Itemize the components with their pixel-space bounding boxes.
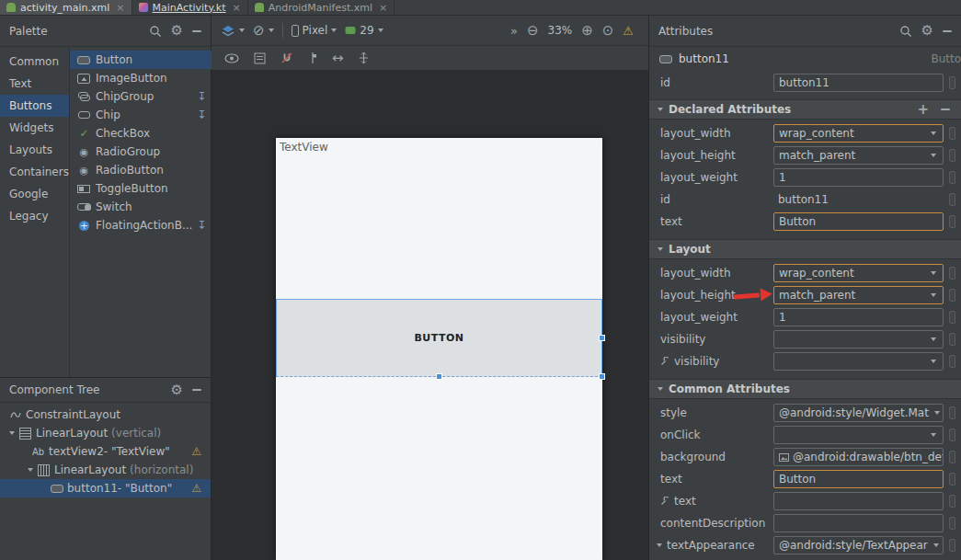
resize-handle-bottom[interactable] xyxy=(436,373,442,380)
textappearance-combo[interactable]: @android:style/TextAppear xyxy=(773,536,944,554)
palette-item-togglebutton[interactable]: ToggleButton xyxy=(70,179,213,198)
clear-constraints-icon[interactable]: ↔ xyxy=(332,51,344,65)
hide-panel-icon[interactable] xyxy=(192,30,201,32)
tree-item-constraintlayout[interactable]: ConstraintLayout xyxy=(0,406,211,424)
hide-panel-icon[interactable] xyxy=(192,389,201,391)
tools-attribute-toggle[interactable] xyxy=(949,127,955,140)
tools-attribute-toggle[interactable] xyxy=(949,473,955,486)
id-input[interactable]: button11 xyxy=(773,74,944,92)
palette-item-chip[interactable]: Chip ↧ xyxy=(70,106,213,124)
view-options-eye-icon[interactable] xyxy=(224,53,239,63)
palette-category-buttons[interactable]: Buttons xyxy=(0,95,69,117)
palette-item-radiogroup[interactable]: RadioGroup xyxy=(70,143,213,161)
layout-weight-input[interactable]: 1 xyxy=(773,168,944,187)
text-input[interactable]: Button xyxy=(773,212,944,231)
search-icon[interactable] xyxy=(149,25,162,38)
tools-text-input[interactable] xyxy=(773,492,944,510)
tools-attribute-toggle[interactable] xyxy=(949,289,955,302)
tools-attribute-toggle[interactable] xyxy=(949,517,955,530)
declared-attributes-section-header[interactable]: Declared Attributes + xyxy=(649,99,961,120)
tools-attribute-toggle[interactable] xyxy=(949,495,955,508)
palette-item-imagebutton[interactable]: ImageButton xyxy=(70,69,213,87)
button-widget[interactable]: BUTTON xyxy=(276,299,602,377)
palette-category-text[interactable]: Text xyxy=(0,73,69,95)
hide-panel-icon[interactable] xyxy=(943,30,952,32)
tools-attribute-toggle[interactable] xyxy=(949,355,955,368)
autoconnect-magnet-off-icon[interactable] xyxy=(280,51,293,64)
api-level-dropdown[interactable]: 29 xyxy=(345,24,383,37)
palette-category-legacy[interactable]: Legacy xyxy=(0,205,69,227)
tools-attribute-toggle[interactable] xyxy=(949,406,955,419)
tools-attribute-toggle[interactable] xyxy=(949,539,955,552)
layout-height-combo[interactable]: match_parent xyxy=(773,146,944,165)
design-canvas[interactable]: TextView BUTTON xyxy=(212,70,648,560)
close-tab-icon[interactable]: × xyxy=(116,2,124,14)
tree-item-button11[interactable]: button11- "Button" ⚠ xyxy=(0,479,211,497)
gear-icon[interactable]: ⚙ xyxy=(921,24,933,38)
palette-item-floatingactionbutton[interactable]: FloatingActionB... ↧ xyxy=(70,216,213,234)
tree-item-linearlayout-vertical[interactable]: LinearLayout (vertical) xyxy=(0,424,211,442)
toolbar-overflow-icon[interactable]: » xyxy=(510,25,518,37)
common-attributes-section-header[interactable]: Common Attributes xyxy=(649,379,961,399)
close-tab-icon[interactable]: × xyxy=(233,2,241,14)
palette-item-chipgroup[interactable]: ChipGroup ↧ xyxy=(70,87,213,106)
palette-item-button[interactable]: Button xyxy=(70,51,213,69)
textview-widget[interactable]: TextView xyxy=(280,141,328,154)
palette-item-switch[interactable]: Switch xyxy=(70,198,213,216)
layout-width-combo[interactable]: wrap_content xyxy=(773,124,944,143)
select-surface-icon[interactable] xyxy=(254,52,266,64)
visibility-combo[interactable] xyxy=(773,330,944,349)
zoom-fit-icon[interactable]: ⊙ xyxy=(602,24,614,38)
remove-attribute-icon[interactable] xyxy=(941,109,950,110)
tab-androidmanifest-xml[interactable]: AndroidManifest.xml × xyxy=(248,0,395,15)
default-margins-icon[interactable] xyxy=(308,51,317,64)
infer-constraints-icon[interactable] xyxy=(359,51,369,64)
tree-item-textview2[interactable]: textView2- "TextView" ⚠ xyxy=(0,442,211,461)
warnings-button[interactable]: ⚠ xyxy=(623,24,634,38)
palette-item-checkbox[interactable]: CheckBox xyxy=(70,124,213,143)
palette-category-widgets[interactable]: Widgets xyxy=(0,117,69,139)
tools-attribute-toggle[interactable] xyxy=(949,267,955,280)
palette-category-common[interactable]: Common xyxy=(0,51,69,73)
palette-category-containers[interactable]: Containers xyxy=(0,161,69,183)
tools-attribute-toggle[interactable] xyxy=(949,171,955,184)
tools-attribute-toggle[interactable] xyxy=(949,429,955,441)
layout-width-combo[interactable]: wrap_content xyxy=(773,264,944,282)
text-input[interactable]: Button xyxy=(773,470,944,488)
tools-visibility-combo[interactable] xyxy=(773,352,944,371)
zoom-out-icon[interactable]: ⊖ xyxy=(527,24,539,38)
resize-handle-right[interactable] xyxy=(599,335,605,341)
contentdescription-input[interactable] xyxy=(773,514,944,532)
resize-handle-corner[interactable] xyxy=(599,373,605,380)
palette-category-google[interactable]: Google xyxy=(0,183,69,205)
search-icon[interactable] xyxy=(899,25,912,38)
layout-section-header[interactable]: Layout xyxy=(649,239,961,259)
add-attribute-icon[interactable]: + xyxy=(917,103,929,117)
close-tab-icon[interactable]: × xyxy=(379,2,387,14)
tools-attribute-toggle[interactable] xyxy=(949,333,955,346)
tab-activity-main-xml[interactable]: activity_main.xml × xyxy=(0,0,132,15)
palette-category-layouts[interactable]: Layouts xyxy=(0,139,69,161)
gear-icon[interactable]: ⚙ xyxy=(171,383,183,397)
tree-item-linearlayout-horizontal[interactable]: LinearLayout (horizontal) xyxy=(0,461,211,479)
collapse-arrow-icon[interactable] xyxy=(9,431,15,435)
device-dropdown[interactable]: Pixel xyxy=(292,24,337,37)
tools-attribute-toggle[interactable] xyxy=(949,215,955,228)
device-artboard[interactable]: TextView BUTTON xyxy=(276,138,602,560)
style-combo[interactable]: @android:style/Widget.Mat xyxy=(773,404,944,422)
tools-attribute-toggle[interactable] xyxy=(949,451,955,463)
tab-mainactivity-kt[interactable]: MainActivity.kt × xyxy=(132,0,248,15)
background-input[interactable]: @android:drawable/btn_defau xyxy=(773,448,944,466)
tools-attribute-toggle[interactable] xyxy=(949,76,955,89)
layout-weight-input[interactable]: 1 xyxy=(773,308,944,326)
palette-item-radiobutton[interactable]: RadioButton xyxy=(70,161,213,179)
onclick-combo[interactable] xyxy=(773,426,944,444)
gear-icon[interactable]: ⚙ xyxy=(171,24,183,38)
collapse-arrow-icon[interactable] xyxy=(657,543,662,547)
orientation-dropdown[interactable]: ⊘ xyxy=(253,24,274,38)
design-surface-dropdown[interactable] xyxy=(221,25,245,37)
collapse-arrow-icon[interactable] xyxy=(28,468,33,472)
tools-attribute-toggle[interactable] xyxy=(949,311,955,324)
tools-attribute-toggle[interactable] xyxy=(949,149,955,162)
tools-attribute-toggle[interactable] xyxy=(949,193,955,206)
